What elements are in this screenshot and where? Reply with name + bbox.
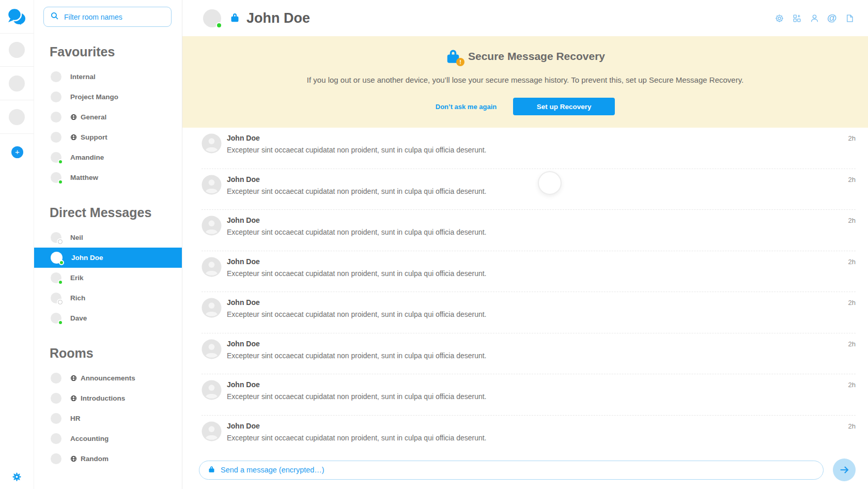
message-sender: John Doe: [227, 134, 848, 142]
message-row[interactable]: John DoeExcepteur sint occaecat cupidata…: [202, 210, 856, 251]
sidebar-item-general[interactable]: General: [34, 107, 182, 127]
sidebar-item-label: General: [70, 113, 106, 121]
message-timestamp: 2h: [848, 175, 856, 210]
encrypted-lock-icon: [208, 465, 215, 475]
room-avatar: [51, 272, 61, 283]
message-row[interactable]: John DoeExcepteur sint occaecat cupidata…: [202, 169, 856, 210]
sidebar-item-amandine[interactable]: Amandine: [34, 147, 182, 167]
sidebar-item-label: Internal: [70, 73, 96, 81]
message-row[interactable]: John DoeExcepteur sint occaecat cupidata…: [202, 128, 856, 169]
message-body: John DoeExcepteur sint occaecat cupidata…: [227, 216, 848, 251]
message-row[interactable]: John DoeExcepteur sint occaecat cupidata…: [202, 292, 856, 333]
message-input[interactable]: [221, 466, 815, 474]
message-body: John DoeExcepteur sint occaecat cupidata…: [227, 421, 848, 455]
rail-room-avatar[interactable]: [0, 100, 34, 134]
public-room-globe-icon: [70, 134, 77, 141]
sidebar-item-label: Accounting: [70, 435, 109, 442]
rail-room-avatar[interactable]: [0, 67, 34, 100]
room-avatar: [51, 453, 61, 464]
presence-online-dot: [58, 179, 63, 185]
message-text: Excepteur sint occaecat cupidatat non pr…: [227, 187, 848, 195]
section-title-rooms: Rooms: [50, 346, 182, 361]
message-row[interactable]: John DoeExcepteur sint occaecat cupidata…: [202, 416, 856, 455]
sidebar-item-label: Amandine: [70, 154, 104, 161]
mentions-icon[interactable]: @: [827, 13, 837, 23]
sidebar-item-random[interactable]: Random: [34, 449, 182, 469]
section-title-direct-messages: Direct Messages: [50, 205, 182, 220]
sidebar-item-announcements[interactable]: Announcements: [34, 368, 182, 388]
presence-online-dot: [59, 260, 64, 265]
sender-avatar: [202, 257, 222, 277]
add-room-button[interactable]: +: [11, 146, 23, 158]
public-room-globe-icon: [70, 455, 77, 462]
room-avatar: [51, 373, 61, 384]
sender-avatar: [202, 380, 222, 400]
send-message-button[interactable]: [833, 459, 856, 481]
sidebar-item-rich[interactable]: Rich: [34, 288, 182, 308]
message-text: Excepteur sint occaecat cupidatat non pr…: [227, 228, 848, 236]
settings-gear-icon[interactable]: [12, 472, 22, 482]
members-icon[interactable]: [809, 13, 819, 23]
set-up-recovery-button[interactable]: Set up Recovery: [513, 98, 615, 115]
composer-bar: [182, 455, 868, 489]
sidebar-item-neil[interactable]: Neil: [34, 227, 182, 248]
integrations-icon[interactable]: [792, 13, 802, 23]
message-timestamp: 2h: [848, 216, 856, 251]
sidebar-item-label: Rich: [70, 294, 85, 302]
sender-avatar: [202, 175, 222, 195]
public-room-globe-icon: [70, 375, 77, 381]
message-sender: John Doe: [227, 380, 848, 389]
dont-ask-again-link[interactable]: Don’t ask me again: [436, 103, 497, 111]
room-avatar: [51, 91, 61, 102]
message-body: John DoeExcepteur sint occaecat cupidata…: [227, 298, 848, 333]
sidebar-item-matthew[interactable]: Matthew: [34, 167, 182, 188]
message-timestamp: 2h: [848, 133, 856, 169]
message-row[interactable]: John DoeExcepteur sint occaecat cupidata…: [202, 333, 856, 375]
left-rail: +: [0, 0, 34, 489]
files-icon[interactable]: [844, 13, 855, 23]
presence-online-dot: [58, 280, 63, 285]
sidebar-item-internal[interactable]: Internal: [34, 67, 182, 87]
room-avatar: [51, 433, 61, 444]
message-sender: John Doe: [227, 298, 848, 307]
message-timestamp: 2h: [848, 298, 856, 333]
app-logo-chat-bubbles-icon[interactable]: [6, 5, 28, 28]
message-row[interactable]: John DoeExcepteur sint occaecat cupidata…: [202, 374, 856, 416]
sidebar-item-support[interactable]: Support: [34, 127, 182, 147]
sender-avatar: [202, 298, 222, 318]
message-body: John DoeExcepteur sint occaecat cupidata…: [227, 339, 848, 374]
sidebar-item-accounting[interactable]: Accounting: [34, 429, 182, 449]
sidebar-item-label: Dave: [70, 314, 87, 322]
sidebar-item-label: John Doe: [71, 254, 103, 262]
filter-room-names-input[interactable]: [64, 13, 165, 21]
sidebar-item-project-mango[interactable]: Project Mango: [34, 87, 182, 107]
secure-recovery-banner: ! Secure Message Recovery If you log out…: [182, 36, 868, 128]
sender-avatar: [202, 133, 222, 154]
room-avatar: [51, 152, 61, 163]
sidebar-item-hr[interactable]: HR: [34, 408, 182, 429]
sender-avatar: [202, 339, 222, 359]
sidebar-item-label: Support: [70, 133, 107, 141]
room-header-avatar[interactable]: [203, 9, 221, 27]
sidebar-item-introductions[interactable]: Introductions: [34, 388, 182, 408]
message-sender: John Doe: [227, 340, 848, 348]
lock-warning-icon: !: [445, 48, 461, 65]
public-room-globe-icon: [70, 114, 77, 120]
room-avatar: [51, 413, 61, 424]
presence-online-dot: [58, 159, 63, 164]
settings-icon[interactable]: [774, 13, 784, 23]
message-row[interactable]: John DoeExcepteur sint occaecat cupidata…: [202, 251, 856, 293]
room-title: John Doe: [246, 10, 310, 26]
rail-room-avatar[interactable]: [0, 33, 34, 67]
sidebar-item-dave[interactable]: Dave: [34, 308, 182, 328]
warning-badge: !: [456, 58, 464, 66]
section-title-favourites: Favourites: [50, 44, 182, 59]
sidebar-item-label: Erik: [70, 274, 84, 282]
app-window: + FavouritesInternalProject MangoGeneral…: [0, 0, 868, 489]
message-timestamp: 2h: [848, 257, 856, 292]
message-list[interactable]: John DoeExcepteur sint occaecat cupidata…: [182, 128, 868, 455]
sidebar-item-john-doe[interactable]: John Doe: [34, 248, 182, 268]
room-avatar: [51, 71, 61, 82]
presence-online-dot: [58, 320, 63, 325]
sidebar-item-erik[interactable]: Erik: [34, 268, 182, 288]
